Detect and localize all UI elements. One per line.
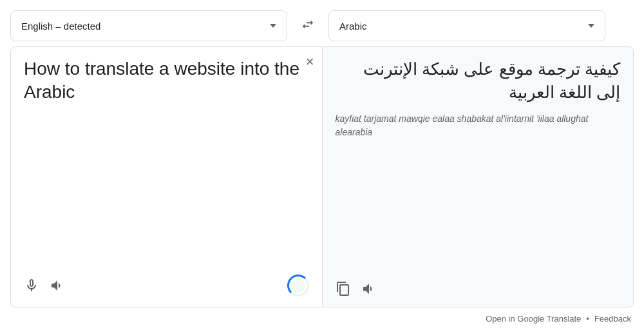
source-text: How to translate a website into the Arab… xyxy=(24,57,309,269)
target-dropdown-arrow-icon xyxy=(588,24,594,28)
listen-translation-button[interactable] xyxy=(361,281,377,296)
target-actions xyxy=(336,276,621,296)
footer-separator: • xyxy=(586,314,589,324)
open-in-google-translate-link[interactable]: Open in Google Translate xyxy=(486,314,581,324)
language-selector-bar: English – detected Arabic xyxy=(10,10,634,41)
target-language-selector[interactable]: Arabic xyxy=(328,10,605,41)
app-container: English – detected Arabic How to transla… xyxy=(0,0,644,330)
transliteration-text: kayfiat tarjamat mawqie ealaa shabakat a… xyxy=(336,112,621,139)
listen-source-button[interactable] xyxy=(50,278,65,293)
spinner-circle xyxy=(287,275,309,296)
clear-source-button[interactable]: × xyxy=(306,55,314,69)
arabic-translation-text: كيفية ترجمة موقع على شبكة الإنترنت إلى ا… xyxy=(336,57,621,104)
loading-spinner xyxy=(287,275,309,296)
mic-button[interactable] xyxy=(24,278,39,293)
copy-translation-button[interactable] xyxy=(336,281,351,296)
target-language-label: Arabic xyxy=(339,21,367,32)
source-icon-group xyxy=(24,278,65,293)
translation-area: How to translate a website into the Arab… xyxy=(10,46,634,307)
footer-bar: Open in Google Translate • Feedback xyxy=(10,307,634,330)
source-actions xyxy=(24,269,309,296)
source-language-selector[interactable]: English – detected xyxy=(10,10,287,41)
target-panel: كيفية ترجمة موقع على شبكة الإنترنت إلى ا… xyxy=(323,47,634,307)
feedback-link[interactable]: Feedback xyxy=(594,314,631,324)
source-dropdown-arrow-icon xyxy=(270,24,276,28)
swap-languages-button[interactable] xyxy=(292,10,323,41)
source-language-label: English – detected xyxy=(21,21,100,32)
swap-icon xyxy=(301,17,315,35)
source-panel: How to translate a website into the Arab… xyxy=(11,47,323,307)
